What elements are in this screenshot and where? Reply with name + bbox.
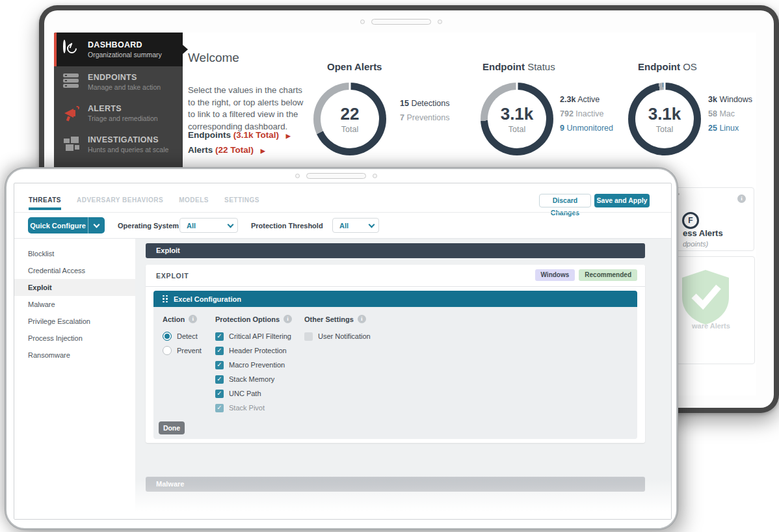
sidebar-item-subtitle: Hunts and queries at scale — [88, 146, 168, 153]
checkbox-checked-icon[interactable] — [215, 361, 224, 369]
blocks-icon — [63, 136, 80, 153]
checkbox-row-header-protection[interactable]: Header Protection — [215, 345, 292, 356]
megaphone-icon — [63, 105, 80, 122]
donut-total-value: 3.1k — [501, 104, 534, 124]
done-button[interactable]: Done — [159, 421, 185, 434]
tabs-divider — [14, 212, 671, 213]
chevron-down-icon[interactable] — [88, 217, 105, 233]
settings-screen: THREATS ADVERSARY BEHAVIORS MODELS SETTI… — [14, 183, 672, 520]
endpoints-link[interactable]: Endpoints (3.1k Total) — [188, 130, 291, 140]
save-and-apply-button[interactable]: Save and Apply — [594, 194, 650, 207]
info-icon[interactable] — [284, 315, 292, 323]
sidebar-item-subtitle: Manage and take action — [88, 83, 161, 91]
list-item-blocklist[interactable]: Blocklist — [14, 245, 135, 262]
open-alerts-title: Open Alerts — [327, 61, 382, 72]
radio-row-prevent[interactable]: Prevent — [163, 345, 202, 356]
endpoint-status-legend: 2.3k Active 792 Inactive 9 Unmonitored — [560, 95, 613, 138]
checkbox-checked-icon[interactable] — [215, 375, 224, 384]
checkbox-row-unc-path[interactable]: UNC Path — [215, 388, 292, 399]
info-icon[interactable] — [189, 315, 197, 323]
radio-row-detect[interactable]: Detect — [163, 331, 202, 341]
checkbox-row-critical-api-filtering[interactable]: Critical API Filtering — [215, 331, 292, 341]
operating-system-label: Operating System — [118, 222, 179, 230]
open-alerts-donut[interactable]: 22 Total — [313, 83, 386, 155]
legend-item[interactable]: 15 Detections — [400, 99, 449, 108]
excel-configuration-header[interactable]: Excel Configuration — [153, 291, 637, 307]
welcome-body: Select the values in the charts to the r… — [188, 85, 309, 133]
protection-options-heading: Protection Options — [215, 315, 292, 323]
endpoint-status-title: Endpoint Status — [482, 61, 555, 72]
list-item-privilege-escalation[interactable]: Privilege Escalation — [14, 313, 135, 330]
tab-adversary-behaviors[interactable]: ADVERSARY BEHAVIORS — [77, 196, 163, 209]
list-item-credential-access[interactable]: Credential Access — [14, 262, 135, 279]
checkbox-checked-icon[interactable] — [215, 390, 224, 398]
threat-category-list: Blocklist Credential Access Exploit Malw… — [14, 239, 135, 519]
checkbox-checked-icon[interactable] — [215, 347, 224, 355]
sidebar-item-alerts[interactable]: ALERTS Triage and remediation — [54, 98, 183, 129]
endpoint-os-title: Endpoint OS — [638, 61, 697, 72]
legend-item[interactable]: 2.3k Active — [560, 95, 613, 104]
discard-changes-button[interactable]: Discard Changes — [539, 194, 591, 207]
donut-total-value: 3.1k — [648, 104, 681, 124]
sidebar-item-title: ENDPOINTS — [88, 73, 161, 82]
arrow-right-icon — [256, 145, 265, 155]
checkbox-checked-icon[interactable] — [215, 404, 224, 412]
endpoint-os-donut[interactable]: 3.1k Total — [628, 83, 701, 155]
alerts-link[interactable]: Alerts (22 Total) — [188, 145, 265, 155]
radio-icon[interactable] — [163, 346, 172, 355]
checkbox-checked-icon[interactable] — [215, 332, 224, 341]
action-heading: Action — [163, 315, 202, 323]
servers-icon — [63, 73, 80, 90]
list-item-malware[interactable]: Malware — [14, 296, 135, 313]
checkbox-row-macro-prevention[interactable]: Macro Prevention — [215, 360, 292, 370]
endpoint-status-donut[interactable]: 3.1k Total — [481, 83, 553, 155]
checkbox-row-stack-memory[interactable]: Stack Memory — [215, 374, 292, 384]
info-icon[interactable] — [358, 315, 366, 323]
tab-models[interactable]: MODELS — [179, 196, 209, 209]
legend-item[interactable]: 25 Linux — [708, 124, 752, 133]
list-item-ransomware[interactable]: Ransomware — [14, 347, 135, 364]
protection-threshold-select[interactable]: All — [332, 218, 379, 233]
legend-item[interactable]: 58 Mac — [708, 109, 752, 118]
checkbox-row-user-notification[interactable]: User Notification — [304, 331, 371, 341]
faint-card-label-fragment: ware Alerts — [692, 322, 730, 330]
list-item-exploit[interactable]: Exploit — [14, 279, 135, 296]
donut-total-label: Total — [341, 125, 358, 134]
recommended-badge: Recommended — [579, 269, 637, 281]
tab-settings[interactable]: SETTINGS — [224, 196, 259, 209]
donut-total-label: Total — [656, 125, 673, 134]
tab-threats[interactable]: THREATS — [29, 196, 61, 209]
arrow-right-icon — [282, 130, 291, 140]
legend-item[interactable]: 3k Windows — [708, 95, 752, 104]
sidebar-item-dashboard[interactable]: DASHBOARD Organizational summary — [54, 33, 183, 66]
quick-configure-button[interactable]: Quick Configure — [28, 217, 105, 233]
camera-dot-icon — [295, 174, 300, 178]
speaker-grille-icon — [371, 19, 431, 25]
excel-configuration-body: Action Detect Prevent — [153, 307, 637, 439]
legend-item[interactable]: 7 Preventions — [400, 113, 449, 122]
list-item-process-injection[interactable]: Process Injection — [14, 330, 135, 347]
donut-total-value: 22 — [341, 104, 360, 124]
sidebar-item-subtitle: Organizational summary — [88, 51, 162, 59]
drag-handle-icon[interactable] — [163, 295, 168, 303]
legend-item[interactable]: 792 Inactive — [560, 109, 613, 118]
legend-item[interactable]: 9 Unmonitored — [560, 124, 613, 133]
exploit-section-header[interactable]: Exploit — [146, 243, 645, 258]
malware-section-header[interactable]: Malware — [146, 477, 645, 492]
radio-selected-icon[interactable] — [163, 332, 172, 341]
grade-badge: F — [682, 212, 699, 229]
foreground-tablet-device: THREATS ADVERSARY BEHAVIORS MODELS SETTI… — [5, 168, 678, 529]
chevron-down-icon — [369, 221, 375, 228]
windows-badge: Windows — [535, 269, 575, 281]
sidebar-item-endpoints[interactable]: ENDPOINTS Manage and take action — [54, 66, 183, 98]
protection-threshold-label: Protection Threshold — [251, 222, 323, 230]
excel-configuration-panel: Excel Configuration Action Detect — [153, 291, 637, 439]
checkbox-unchecked-icon[interactable] — [304, 332, 313, 341]
sidebar-item-investigations[interactable]: INVESTIGATIONS Hunts and queries at scal… — [54, 129, 183, 160]
sidebar-item-title: DASHBOARD — [88, 40, 162, 49]
shield-check-icon — [680, 269, 732, 326]
info-icon[interactable] — [737, 194, 746, 203]
checkbox-row-stack-pivot[interactable]: Stack Pivot — [215, 403, 292, 413]
alert-card-title-fragment: ess Alerts — [683, 228, 723, 238]
operating-system-select[interactable]: All — [179, 218, 238, 233]
